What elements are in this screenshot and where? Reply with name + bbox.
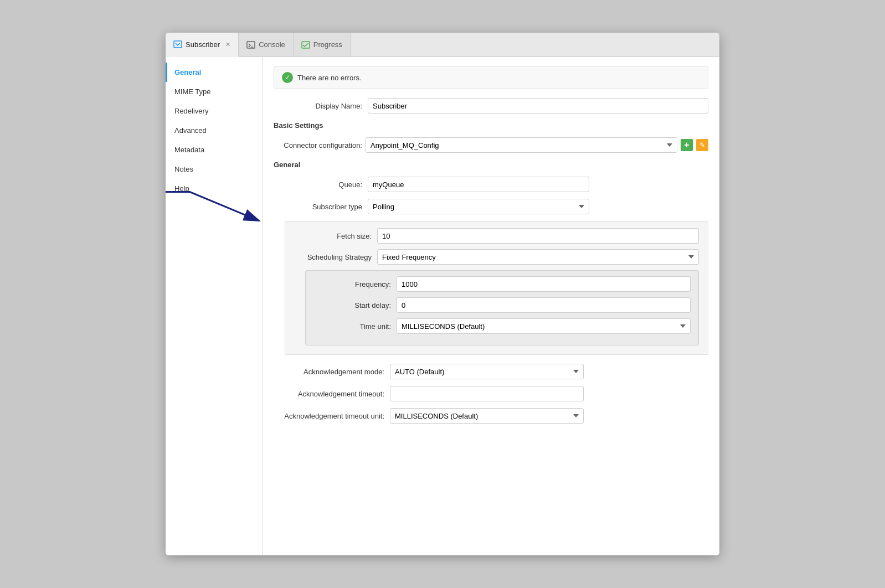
frequency-row: Frequency:: [313, 276, 691, 292]
subscriber-type-select[interactable]: Polling: [368, 199, 589, 214]
ack-timeout-unit-row: Acknowledgement timeout unit: MILLISECON…: [274, 408, 708, 424]
svg-rect-0: [174, 41, 182, 48]
time-unit-row: Time unit: MILLISECONDS (Default): [313, 318, 691, 334]
check-icon: ✓: [282, 72, 293, 83]
fetch-size-row: Fetch size:: [294, 228, 699, 244]
time-unit-label: Time unit:: [313, 322, 391, 331]
sidebar-item-redelivery[interactable]: Redelivery: [166, 101, 262, 121]
start-delay-row: Start delay:: [313, 297, 691, 313]
start-delay-input[interactable]: [397, 297, 691, 313]
ack-timeout-unit-label: Acknowledgement timeout unit:: [274, 412, 384, 420]
start-delay-label: Start delay:: [313, 301, 391, 310]
edit-connector-button[interactable]: ✎: [696, 139, 708, 151]
ack-timeout-row: Acknowledgement timeout:: [274, 386, 708, 401]
sidebar-item-notes[interactable]: Notes: [166, 159, 262, 179]
subscriber-type-label: Subscriber type: [274, 203, 362, 211]
ack-mode-row: Acknowledgement mode: AUTO (Default): [274, 364, 708, 379]
sidebar-item-mime-type[interactable]: MIME Type: [166, 82, 262, 101]
main-content: General MIME Type Redelivery Advanced Me…: [166, 57, 719, 555]
frequency-input[interactable]: [397, 276, 691, 292]
tab-console[interactable]: Console: [239, 33, 294, 56]
queue-row: Queue:: [274, 177, 708, 192]
connector-config-label: Connector configuration:: [274, 141, 362, 149]
frequency-label: Frequency:: [313, 280, 391, 288]
queue-input[interactable]: [368, 177, 589, 192]
general-section-title: General: [274, 161, 708, 171]
sidebar-item-advanced[interactable]: Advanced: [166, 121, 262, 140]
frequency-panel: Frequency: Start delay: Time unit: MILLI…: [305, 270, 699, 345]
tab-progress[interactable]: Progress: [294, 33, 351, 56]
time-unit-select[interactable]: MILLISECONDS (Default): [397, 318, 691, 334]
tab-progress-label: Progress: [313, 40, 342, 49]
ack-timeout-input[interactable]: [390, 386, 584, 401]
scheduling-strategy-label: Scheduling Strategy: [294, 253, 372, 261]
connector-config-row: Connector configuration: Anypoint_MQ_Con…: [274, 137, 708, 153]
tab-subscriber-label: Subscriber: [186, 40, 220, 49]
console-tab-icon: [246, 40, 255, 49]
progress-tab-icon: [301, 40, 310, 49]
fetch-size-input[interactable]: [377, 228, 699, 244]
display-name-row: Display Name:: [274, 98, 708, 114]
polling-panel: Fetch size: Scheduling Strategy Fixed Fr…: [285, 221, 708, 355]
status-message: There are no errors.: [297, 74, 362, 82]
queue-label: Queue:: [274, 180, 362, 189]
tab-close-button[interactable]: ✕: [225, 41, 230, 48]
basic-settings-title: Basic Settings: [274, 121, 708, 132]
sidebar-item-help[interactable]: Help: [166, 179, 262, 198]
sidebar-item-metadata[interactable]: Metadata: [166, 140, 262, 159]
ack-timeout-label: Acknowledgement timeout:: [274, 390, 384, 398]
subscriber-type-row: Subscriber type Polling: [274, 199, 708, 214]
display-name-label: Display Name:: [274, 102, 362, 110]
scheduling-strategy-row: Scheduling Strategy Fixed Frequency: [294, 249, 699, 265]
fetch-size-label: Fetch size:: [294, 232, 372, 240]
connector-config-select[interactable]: Anypoint_MQ_Config: [366, 137, 677, 153]
status-banner: ✓ There are no errors.: [274, 66, 708, 89]
subscriber-tab-icon: [173, 40, 182, 49]
ack-mode-label: Acknowledgement mode:: [274, 368, 384, 376]
form-area: ✓ There are no errors. Display Name: Bas…: [263, 57, 719, 555]
main-window: Subscriber ✕ Console Progress: [166, 33, 719, 555]
display-name-input[interactable]: [368, 98, 708, 114]
add-connector-button[interactable]: +: [681, 139, 693, 151]
ack-timeout-unit-select[interactable]: MILLISECONDS (Default): [390, 408, 584, 424]
tab-bar: Subscriber ✕ Console Progress: [166, 33, 719, 57]
sidebar: General MIME Type Redelivery Advanced Me…: [166, 57, 263, 555]
tab-console-label: Console: [259, 40, 285, 49]
scheduling-strategy-select[interactable]: Fixed Frequency: [377, 249, 699, 265]
tab-subscriber[interactable]: Subscriber ✕: [166, 33, 239, 57]
sidebar-item-general[interactable]: General: [166, 63, 262, 82]
ack-mode-select[interactable]: AUTO (Default): [390, 364, 584, 379]
